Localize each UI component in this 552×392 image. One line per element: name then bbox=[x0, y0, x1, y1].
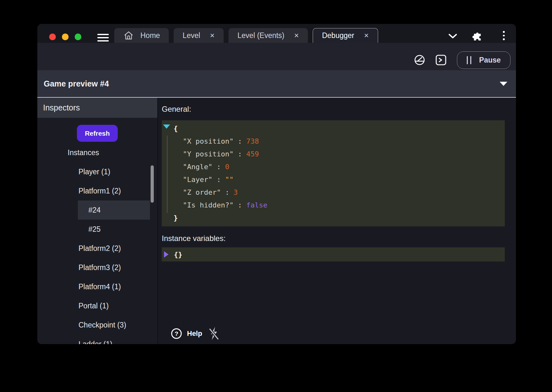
json-row-y-position: "Y position" : 459 bbox=[174, 148, 505, 161]
tree-item-label: Platform4 (1) bbox=[78, 283, 121, 291]
tree-item-label: #24 bbox=[88, 206, 101, 215]
indent-guide bbox=[167, 136, 168, 213]
tree-item-player-1[interactable]: Player (1) bbox=[37, 162, 157, 181]
tree-item-label: Checkpoint (3) bbox=[78, 321, 126, 329]
pause-icon bbox=[467, 56, 471, 64]
tree-item-label: Instances bbox=[68, 148, 99, 157]
refresh-button[interactable]: Refresh bbox=[77, 125, 118, 142]
tree-item-ladder-1[interactable]: Ladder (1) bbox=[37, 335, 157, 344]
title-bar: HomeLevel✕Level (Events)✕Debugger✕ bbox=[37, 24, 516, 43]
json-row-z-order: "Z order" : 3 bbox=[174, 186, 505, 199]
profiler-gauge-icon[interactable] bbox=[414, 55, 425, 65]
debugger-toolbar: Pause bbox=[37, 43, 516, 70]
tree-item-platform4-1[interactable]: Platform4 (1) bbox=[37, 277, 157, 296]
instance-variables-heading: Instance variables: bbox=[162, 234, 505, 243]
titlebar-actions bbox=[37, 24, 516, 43]
inspectors-sidebar: Inspectors Refresh InstancesPlayer (1)Pl… bbox=[37, 98, 158, 344]
content-area: Inspectors Refresh InstancesPlayer (1)Pl… bbox=[37, 98, 516, 344]
inspector-detail-panel: General: {"X position" : 738"Y position"… bbox=[158, 98, 516, 344]
tree-item-label: Ladder (1) bbox=[78, 340, 112, 344]
help-button[interactable]: ? Help bbox=[171, 328, 202, 339]
more-options-kebab-icon[interactable] bbox=[503, 31, 505, 40]
tree-item-checkpoint-3[interactable]: Checkpoint (3) bbox=[37, 315, 157, 335]
json-row-is-hidden: "Is hidden?" : false bbox=[174, 199, 505, 212]
tree-item-platform3-2[interactable]: Platform3 (2) bbox=[37, 258, 157, 277]
game-preview-selector[interactable]: Game preview #4 bbox=[37, 70, 516, 98]
tree-item-25[interactable]: #25 bbox=[37, 220, 157, 239]
game-preview-title: Game preview #4 bbox=[44, 79, 109, 88]
variables-value: {} bbox=[174, 251, 183, 259]
pause-button-label: Pause bbox=[479, 56, 501, 64]
extensions-puzzle-icon[interactable] bbox=[472, 31, 483, 42]
json-row-layer: "Layer" : "" bbox=[174, 173, 505, 186]
tree-item-instances[interactable]: Instances bbox=[37, 143, 157, 162]
console-icon[interactable] bbox=[436, 55, 446, 65]
tree-item-label: Platform3 (2) bbox=[78, 263, 121, 272]
help-question-icon: ? bbox=[171, 328, 182, 339]
tree-item-platform1-2[interactable]: Platform1 (2) bbox=[37, 181, 157, 200]
sidebar-scrollbar[interactable] bbox=[151, 165, 154, 203]
tree-item-platform2-2[interactable]: Platform2 (2) bbox=[37, 239, 157, 258]
json-close-brace: } bbox=[174, 212, 505, 224]
pause-button[interactable]: Pause bbox=[457, 51, 511, 69]
instances-tree: InstancesPlayer (1)Platform1 (2)#24#25Pl… bbox=[37, 143, 157, 344]
tree-item-label: Platform1 (2) bbox=[78, 187, 121, 195]
inspectors-header: Inspectors bbox=[37, 98, 157, 118]
tree-item-label: Player (1) bbox=[78, 168, 110, 176]
tree-item-24[interactable]: #24 bbox=[78, 200, 150, 220]
help-row: ? Help bbox=[171, 326, 220, 341]
json-row-x-position: "X position" : 738 bbox=[174, 135, 505, 148]
expander-open-icon[interactable] bbox=[163, 124, 170, 129]
svg-text:?: ? bbox=[175, 330, 178, 337]
tree-item-portal-1[interactable]: Portal (1) bbox=[37, 296, 157, 315]
general-heading: General: bbox=[162, 105, 505, 114]
flash-off-icon[interactable] bbox=[207, 326, 220, 341]
json-row-angle: "Angle" : 0 bbox=[174, 161, 505, 173]
tree-item-label: Portal (1) bbox=[78, 302, 109, 310]
json-open-brace: { bbox=[174, 122, 505, 135]
tree-item-label: Platform2 (2) bbox=[78, 244, 121, 253]
dropdown-caret-icon[interactable] bbox=[500, 82, 507, 86]
expander-closed-icon[interactable] bbox=[164, 251, 168, 258]
general-json-view: {"X position" : 738"Y position" : 459"An… bbox=[162, 120, 505, 226]
app-window: HomeLevel✕Level (Events)✕Debugger✕ Pause bbox=[37, 24, 516, 344]
tree-item-label: #25 bbox=[88, 225, 101, 234]
chevron-down-icon[interactable] bbox=[448, 33, 457, 39]
help-button-label: Help bbox=[187, 329, 202, 338]
instance-variables-view: {} bbox=[162, 247, 505, 261]
